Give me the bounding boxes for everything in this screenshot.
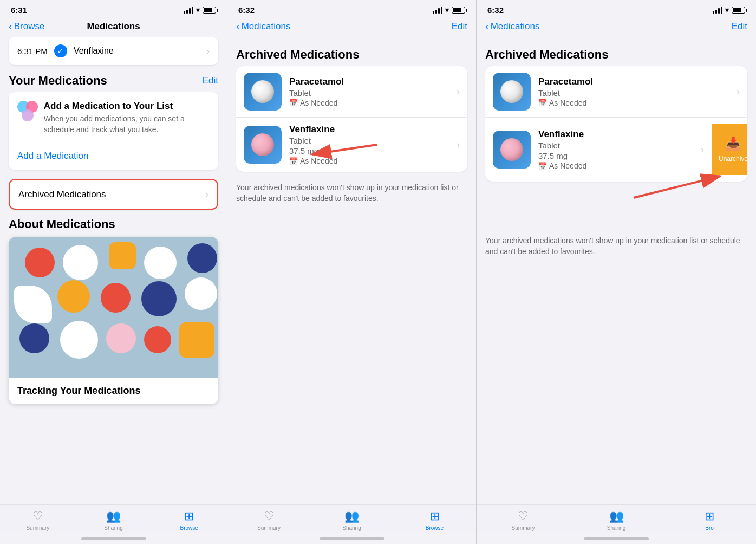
checkmark-icon-1: ✓ — [54, 44, 67, 57]
tab-sharing-label-2: Sharing — [342, 525, 361, 531]
tab-browse-3[interactable]: ⊞ Bro — [663, 509, 756, 531]
paracetamol-name-2: Paracetamol — [289, 76, 457, 87]
about-medications-section: About Medications — [0, 217, 227, 404]
tab-sharing-label-3: Sharing — [607, 525, 625, 531]
tab-sharing-1[interactable]: 👥 Sharing — [76, 509, 152, 531]
archived-medications-nav[interactable]: Archived Medications › — [9, 179, 218, 210]
tab-summary-3[interactable]: ♡ Summary — [477, 509, 570, 531]
nav-title-1: Medications — [87, 21, 140, 32]
back-arrow-icon-3: ‹ — [485, 20, 489, 33]
venflaxine-image-2 — [244, 126, 282, 164]
your-meds-header: Your Medications Edit — [0, 74, 227, 92]
back-button-1[interactable]: ‹ Browse — [9, 20, 44, 33]
wifi-icon-1: ▾ — [196, 6, 200, 14]
status-icons-1: ▾ — [184, 6, 216, 14]
tab-bar-3: ♡ Summary 👥 Sharing ⊞ Bro — [477, 504, 756, 533]
paracetamol-schedule-3: 📅 As Needed — [538, 99, 737, 107]
add-med-info: Add a Medication to Your List When you a… — [44, 101, 210, 135]
venflaxine-dosage-2: 37.5 mg — [289, 146, 457, 156]
status-bar-3: 6:32 ▾ — [477, 0, 756, 18]
tab-summary-2[interactable]: ♡ Summary — [227, 509, 310, 531]
back-label-1: Browse — [14, 21, 45, 32]
nav-bar-3: ‹ Medications Edit — [477, 18, 756, 37]
sharing-icon-2: 👥 — [344, 509, 359, 523]
venflaxine-chevron-2: › — [457, 139, 460, 151]
add-medication-link[interactable]: Add a Medication — [17, 143, 210, 161]
your-meds-edit-button[interactable]: Edit — [203, 75, 218, 86]
about-title: About Medications — [0, 217, 227, 237]
content-3: Archived Medications Paracetamol Tablet … — [477, 37, 756, 504]
sharing-icon-3: 👥 — [609, 509, 624, 523]
wifi-icon-3: ▾ — [725, 6, 729, 14]
calendar-icon-2b: 📅 — [289, 157, 298, 165]
your-meds-title: Your Medications — [9, 74, 107, 88]
med-list-card-2: Paracetamol Tablet 📅 As Needed › Venflax… — [236, 66, 467, 172]
home-indicator-2 — [227, 533, 476, 544]
med-list-card-3: Paracetamol Tablet 📅 As Needed › Venflax… — [485, 66, 747, 182]
edit-button-3[interactable]: Edit — [732, 21, 747, 32]
paracetamol-chevron-2: › — [457, 86, 460, 98]
venflaxine-image-3 — [493, 131, 531, 169]
archived-section-header-2: Archived Medications — [227, 37, 476, 66]
paracetamol-item-2[interactable]: Paracetamol Tablet 📅 As Needed › — [236, 66, 467, 117]
tab-browse-2[interactable]: ⊞ Browse — [393, 509, 476, 531]
battery-icon-2 — [452, 7, 465, 14]
pill-art-card[interactable]: Tracking Your Medications — [9, 237, 218, 404]
venflaxine-item-3[interactable]: Venflaxine Tablet 37.5 mg 📅 As Needed › … — [485, 117, 747, 182]
tab-sharing-2[interactable]: 👥 Sharing — [310, 509, 393, 531]
venflaxine-item-2[interactable]: Venflaxine Tablet 37.5 mg 📅 As Needed › — [236, 117, 467, 172]
calendar-icon-3b: 📅 — [538, 162, 547, 170]
venflaxine-dosage-3: 37.5 mg — [538, 151, 701, 160]
archived-nav-chevron: › — [205, 189, 208, 200]
notification-time-1: 6:31 PM — [17, 47, 48, 56]
tab-sharing-3[interactable]: 👥 Sharing — [570, 509, 663, 531]
tab-sharing-label-1: Sharing — [104, 525, 122, 531]
screen-3: 6:32 ▾ ‹ Medications Edit Archived Medic… — [477, 0, 756, 544]
heart-icon-3: ♡ — [518, 509, 529, 523]
tab-browse-1[interactable]: ⊞ Browse — [151, 509, 227, 531]
venflaxine-info-2: Venflaxine Tablet 37.5 mg 📅 As Needed — [289, 124, 457, 165]
add-med-top: Add a Medication to Your List When you a… — [17, 101, 210, 135]
archived-title-2: Archived Medications — [236, 48, 359, 62]
archived-nav-label: Archived Medications — [18, 189, 106, 200]
back-button-2[interactable]: ‹ Medications — [236, 20, 290, 33]
notification-card-1[interactable]: 6:31 PM ✓ Venflaxine › — [9, 37, 218, 65]
archived-section-header-3: Archived Medications — [477, 37, 756, 66]
paracetamol-schedule-2: 📅 As Needed — [289, 99, 457, 107]
notification-left-1: 6:31 PM ✓ Venflaxine — [17, 44, 114, 57]
paracetamol-type-3: Tablet — [538, 88, 737, 98]
venflaxine-name-3: Venflaxine — [538, 129, 701, 140]
archived-title-3: Archived Medications — [485, 48, 608, 62]
tab-summary-1[interactable]: ♡ Summary — [0, 509, 76, 531]
med-icons-cluster — [17, 101, 36, 128]
time-1: 6:31 — [11, 5, 27, 15]
paracetamol-item-3[interactable]: Paracetamol Tablet 📅 As Needed › — [485, 66, 747, 117]
archived-desc-3: Your archived medications won't show up … — [477, 230, 756, 265]
paracetamol-info-3: Paracetamol Tablet 📅 As Needed — [538, 76, 737, 107]
venflaxine-schedule-text-3: As Needed — [549, 161, 586, 170]
signal-icon-3 — [713, 7, 722, 14]
home-indicator-3 — [477, 533, 756, 544]
edit-button-2[interactable]: Edit — [452, 21, 467, 32]
tab-summary-label-2: Summary — [257, 525, 281, 531]
home-indicator-1 — [0, 533, 227, 544]
notification-med-name-1: Venflaxine — [74, 46, 114, 56]
tab-browse-label-3: Bro — [705, 525, 714, 531]
pill-white-icon-3 — [500, 80, 523, 103]
sharing-icon-1: 👥 — [106, 509, 121, 523]
chevron-right-icon-1: › — [206, 46, 210, 57]
battery-icon-1 — [203, 7, 216, 14]
add-med-desc: When you add medications, you can set a … — [44, 114, 210, 135]
back-button-3[interactable]: ‹ Medications — [485, 20, 539, 33]
screen-1: 6:31 ▾ ‹ Browse Medications 6:31 PM — [0, 0, 227, 544]
time-3: 6:32 — [487, 5, 504, 15]
nav-bar-1: ‹ Browse Medications — [0, 18, 227, 37]
signal-icon-1 — [184, 7, 193, 14]
status-bar-2: 6:32 ▾ — [227, 0, 476, 18]
back-label-3: Medications — [491, 21, 540, 32]
content-2: Archived Medications Paracetamol Tablet … — [227, 37, 476, 504]
unarchive-button[interactable]: 📥 Unarchive — [712, 124, 747, 175]
tab-bar-1: ♡ Summary 👥 Sharing ⊞ Browse — [0, 504, 227, 533]
unarchive-icon: 📥 — [725, 137, 741, 152]
venflaxine-chevron-3: › — [701, 144, 704, 156]
